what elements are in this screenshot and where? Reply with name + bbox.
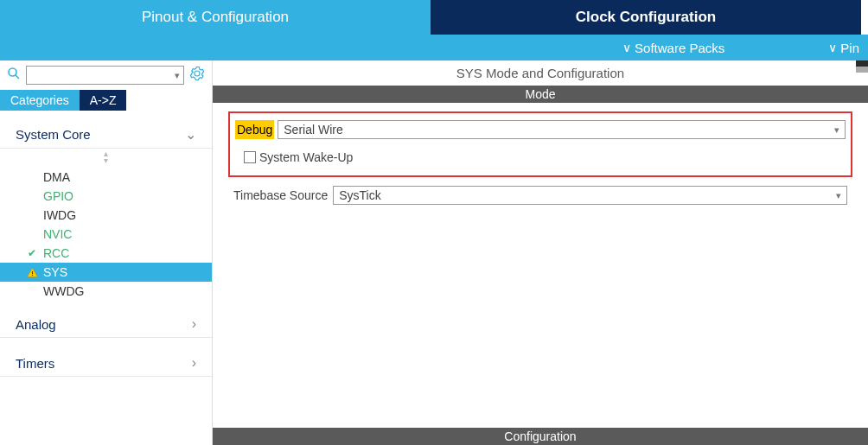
gear-icon[interactable]: [189, 66, 205, 85]
sidebar-item-wwdg[interactable]: WWDG: [0, 282, 212, 301]
timebase-label: Timebase Source: [233, 188, 328, 202]
search-row: ▾: [0, 60, 212, 90]
chevron-down-icon: ▾: [834, 124, 839, 136]
debug-label: Debug: [235, 120, 274, 139]
timebase-value: SysTick: [339, 188, 380, 202]
search-icon[interactable]: [7, 67, 21, 84]
sidebar-item-sys[interactable]: SYS: [0, 263, 212, 282]
timebase-dropdown[interactable]: SysTick ▾: [333, 186, 847, 205]
tab-pinout-configuration[interactable]: Pinout & Configuration: [0, 0, 431, 35]
system-wakeup-label: System Wake-Up: [259, 150, 353, 164]
software-packs-menu[interactable]: ∨ Software Packs: [614, 41, 733, 55]
tab-clock-configuration[interactable]: Clock Configuration: [431, 0, 861, 35]
system-wakeup-checkbox[interactable]: [244, 151, 256, 163]
panel-title: SYS Mode and Configuration: [213, 60, 868, 86]
chevron-down-icon: ▾: [836, 190, 841, 201]
chevron-down-icon: ∨: [622, 41, 631, 54]
pin-menu[interactable]: ∨ Pin: [820, 41, 868, 55]
svg-line-1: [16, 75, 19, 79]
group-timers[interactable]: Timers ›: [0, 350, 212, 377]
debug-value: Serial Wire: [284, 123, 342, 137]
sidebar-item-iwdg[interactable]: IWDG: [0, 206, 212, 225]
sort-indicator-icon[interactable]: ▴▾: [0, 149, 212, 168]
group-label: Analog: [16, 317, 56, 332]
sidebar-item-nvic[interactable]: NVIC: [0, 225, 212, 244]
group-label: Timers: [16, 356, 54, 371]
sidebar: ▾ Categories A->Z System Core ⌄ ▴▾ DMA G…: [0, 60, 213, 445]
chevron-right-icon: ›: [192, 316, 196, 332]
tab-categories[interactable]: Categories: [0, 90, 80, 111]
svg-rect-3: [31, 274, 32, 275]
tab-a-to-z[interactable]: A->Z: [80, 90, 127, 111]
group-label: System Core: [16, 127, 91, 142]
chevron-down-icon: ∨: [828, 41, 837, 54]
collapse-handle-icon[interactable]: [856, 60, 868, 73]
sidebar-sort-tabs: Categories A->Z: [0, 90, 212, 111]
group-system-core[interactable]: System Core ⌄: [0, 121, 212, 149]
chevron-right-icon: ›: [192, 355, 196, 371]
chevron-down-icon: ▾: [175, 70, 180, 81]
main-tabs: Pinout & Configuration Clock Configurati…: [0, 0, 868, 35]
chevron-down-icon: ⌄: [185, 126, 196, 143]
software-packs-label: Software Packs: [635, 41, 724, 55]
sub-toolbar: ∨ Software Packs ∨ Pin: [0, 35, 868, 60]
sidebar-item-gpio[interactable]: GPIO: [0, 187, 212, 206]
svg-rect-2: [31, 270, 32, 273]
sidebar-item-dma[interactable]: DMA: [0, 168, 212, 187]
search-input[interactable]: ▾: [26, 66, 184, 85]
pin-label: Pin: [840, 41, 859, 55]
highlight-box: Debug Serial Wire ▾ System Wake-Up: [228, 111, 852, 177]
mode-section-header: Mode: [213, 86, 868, 103]
debug-dropdown[interactable]: Serial Wire ▾: [278, 120, 846, 139]
group-analog[interactable]: Analog ›: [0, 311, 212, 338]
sidebar-item-rcc[interactable]: ✔RCC: [0, 244, 212, 263]
tab-divider: [861, 0, 868, 35]
svg-point-0: [9, 68, 16, 76]
main-panel: SYS Mode and Configuration Mode Debug Se…: [213, 60, 868, 445]
configuration-section-header: Configuration: [213, 428, 868, 445]
check-icon: ✔: [26, 247, 38, 259]
category-tree: System Core ⌄ ▴▾ DMA GPIO IWDG NVIC ✔RCC…: [0, 111, 212, 377]
warning-icon: [26, 267, 38, 278]
